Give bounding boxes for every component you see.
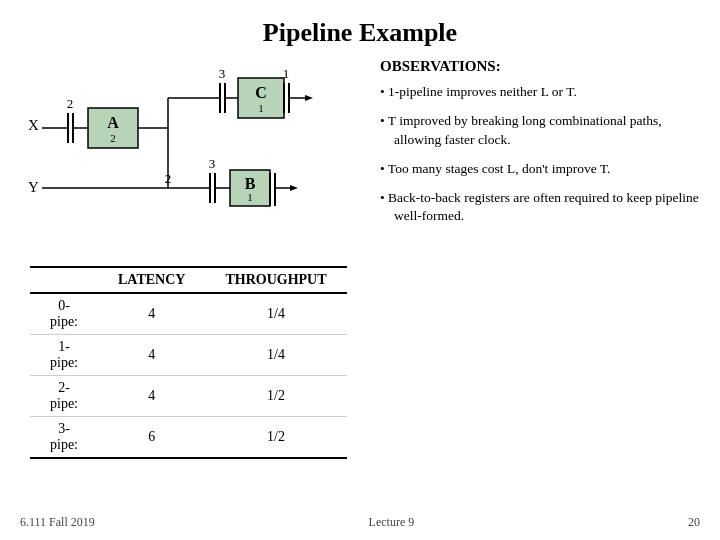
latency-value: 4 (98, 376, 205, 417)
observations-panel: OBSERVATIONS: • 1-pipeline improves neit… (370, 58, 700, 459)
svg-text:A: A (107, 114, 119, 131)
latency-value: 4 (98, 293, 205, 335)
latency-value: 4 (98, 335, 205, 376)
latency-value: 6 (98, 417, 205, 459)
footer-left: 6.111 Fall 2019 (20, 515, 95, 530)
footer-right: 20 (688, 515, 700, 530)
svg-text:1: 1 (247, 191, 253, 203)
svg-text:3: 3 (209, 156, 216, 171)
throughput-value: 1/2 (205, 376, 346, 417)
page-title: Pipeline Example (0, 0, 720, 48)
svg-text:B: B (245, 175, 256, 192)
throughput-value: 1/2 (205, 417, 346, 459)
table-row: 3-pipe: 6 1/2 (30, 417, 347, 459)
footer: 6.111 Fall 2019 Lecture 9 20 (0, 515, 720, 530)
svg-marker-36 (290, 185, 298, 191)
pipeline-diagram: X A 2 2 (20, 58, 340, 258)
svg-text:C: C (255, 84, 267, 101)
pipe-label: 1-pipe: (30, 335, 98, 376)
col-pipe-header (30, 267, 98, 293)
pipeline-table: LATENCY THROUGHPUT 0-pipe: 4 1/4 1-pipe:… (30, 266, 347, 459)
observation-item: • T improved by breaking long combinatio… (380, 112, 700, 150)
svg-text:2: 2 (165, 171, 172, 186)
table-row: 1-pipe: 4 1/4 (30, 335, 347, 376)
throughput-value: 1/4 (205, 335, 346, 376)
svg-text:2: 2 (67, 96, 74, 111)
observation-item: • Too many stages cost L, don't improve … (380, 160, 700, 179)
pipe-label: 2-pipe: (30, 376, 98, 417)
svg-text:3: 3 (219, 66, 226, 81)
left-panel: X A 2 2 (20, 58, 360, 459)
observation-item: • Back-to-back registers are often requi… (380, 189, 700, 227)
table-row: 2-pipe: 4 1/2 (30, 376, 347, 417)
col-latency-header: LATENCY (98, 267, 205, 293)
svg-text:1: 1 (283, 66, 290, 81)
pipe-label: 3-pipe: (30, 417, 98, 459)
x-label: X (28, 117, 39, 133)
throughput-value: 1/4 (205, 293, 346, 335)
observation-item: • 1-pipeline improves neither L or T. (380, 83, 700, 102)
svg-text:2: 2 (110, 132, 116, 144)
svg-marker-23 (305, 95, 313, 101)
y-label: Y (28, 179, 39, 195)
observations-title: OBSERVATIONS: (380, 58, 700, 75)
table-row: 0-pipe: 4 1/4 (30, 293, 347, 335)
svg-text:1: 1 (258, 102, 264, 114)
col-throughput-header: THROUGHPUT (205, 267, 346, 293)
footer-center: Lecture 9 (369, 515, 415, 530)
pipe-label: 0-pipe: (30, 293, 98, 335)
